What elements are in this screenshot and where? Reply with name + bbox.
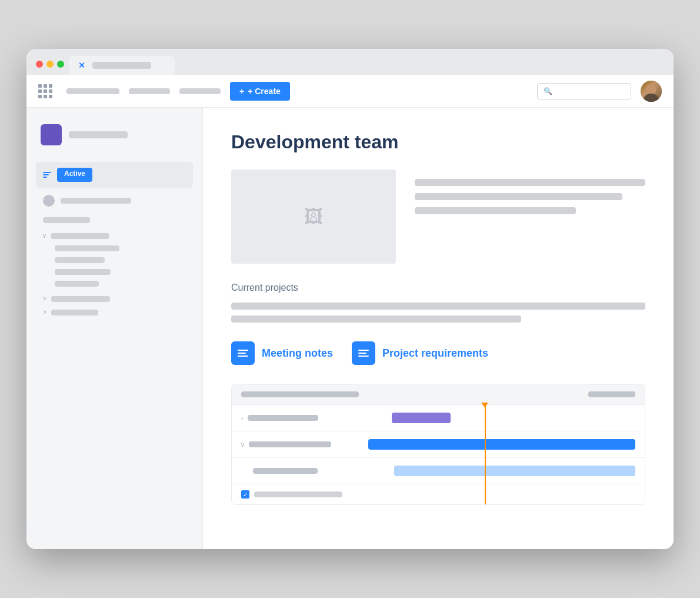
gantt-row-chart	[368, 437, 635, 451]
meeting-notes-label: Meeting notes	[262, 347, 333, 360]
meeting-notes-card[interactable]: Meeting notes	[231, 341, 333, 365]
gantt-header-months	[373, 391, 635, 397]
browser-titlebar: ✕	[26, 49, 674, 75]
sidebar-expandable-item[interactable]: v	[36, 229, 193, 242]
active-badge: Active	[57, 168, 92, 182]
sidebar-expandable-item[interactable]: >	[36, 305, 193, 319]
gantt-task-label	[249, 441, 331, 447]
sidebar-filter-section[interactable]: Active	[36, 162, 193, 188]
avatar[interactable]	[641, 81, 662, 102]
grid-dot	[38, 84, 42, 88]
navbar: + + Create 🔍	[26, 75, 674, 108]
tab-title	[92, 62, 151, 69]
header-text-bar	[415, 193, 622, 200]
minimize-button[interactable]	[46, 61, 54, 68]
sidebar-logo-row[interactable]	[36, 119, 193, 150]
sidebar: Active v	[26, 108, 203, 549]
gantt-chart: › v	[231, 384, 645, 505]
project-bar	[231, 315, 521, 323]
cards-row: Meeting notes Project requirements	[231, 341, 645, 365]
workspace-label	[69, 131, 128, 138]
chevron-down-icon: v	[43, 232, 46, 239]
gantt-today-marker	[481, 403, 488, 407]
icon-line	[358, 356, 369, 357]
nav-link-2[interactable]	[129, 88, 170, 94]
gantt-row-label: v	[241, 441, 359, 448]
projects-bars	[231, 303, 645, 323]
close-button[interactable]	[36, 61, 43, 68]
chevron-right-icon: ›	[241, 415, 243, 421]
header-text-lines	[415, 170, 645, 264]
gantt-checkbox[interactable]: ✓	[241, 490, 249, 499]
grid-dot	[38, 89, 42, 93]
gantt-header-left-label	[241, 391, 359, 397]
header-image-placeholder: 🖼	[231, 170, 396, 264]
sidebar-sub-item[interactable]	[36, 242, 193, 254]
search-icon: 🔍	[544, 87, 552, 95]
document-icon-lines	[238, 350, 248, 357]
main-layout: Active v	[26, 108, 674, 549]
sidebar-item-label	[51, 296, 110, 302]
search-box[interactable]: 🔍	[537, 83, 631, 99]
plus-icon: +	[239, 87, 244, 96]
sidebar-item[interactable]	[36, 212, 193, 228]
chevron-right-icon: >	[43, 309, 46, 315]
apps-grid-icon[interactable]	[38, 84, 52, 98]
chevron-right-icon: >	[43, 295, 46, 302]
sidebar-item-label	[55, 245, 119, 251]
sidebar-sub-item[interactable]	[36, 278, 193, 290]
gantt-row-chart	[371, 464, 635, 478]
gantt-row-label	[253, 468, 361, 474]
sidebar-item-label	[55, 269, 111, 275]
gantt-task-label	[248, 415, 318, 421]
icon-line	[358, 353, 366, 354]
gantt-row: ›	[232, 405, 645, 431]
gantt-row-label: ›	[241, 415, 359, 421]
grid-dot	[38, 95, 42, 98]
gantt-task-label	[253, 468, 318, 474]
gantt-header	[232, 384, 645, 405]
filter-icon	[43, 172, 51, 178]
icon-line	[238, 353, 246, 354]
workspace-icon	[41, 124, 62, 145]
sidebar-item-label	[61, 198, 131, 204]
grid-dot	[49, 84, 52, 88]
filter-line	[43, 172, 51, 173]
nav-link-3[interactable]	[179, 88, 221, 94]
icon-line	[358, 350, 369, 351]
header-section: 🖼	[231, 170, 645, 264]
grid-dot	[49, 95, 52, 98]
filter-line	[43, 177, 47, 178]
create-button[interactable]: + + Create	[230, 82, 290, 101]
grid-dot	[49, 89, 52, 93]
nav-link-1[interactable]	[66, 88, 119, 94]
project-requirements-card[interactable]: Project requirements	[352, 341, 488, 365]
sidebar-item-label	[43, 217, 90, 223]
sidebar-item-label	[51, 310, 98, 315]
gantt-checkbox-row: ✓	[232, 484, 645, 504]
section-title: Current projects	[231, 283, 645, 293]
sidebar-expandable-item[interactable]: >	[36, 292, 193, 305]
sidebar-sub-item[interactable]	[36, 254, 193, 266]
grid-dot	[44, 84, 47, 88]
main-content: Development team 🖼 Current projects	[203, 108, 674, 549]
create-button-label: + Create	[248, 87, 281, 96]
gantt-bar-blue	[368, 439, 635, 450]
sidebar-item[interactable]	[36, 190, 193, 211]
gantt-row	[232, 458, 645, 484]
header-text-bar	[415, 179, 645, 186]
page-title: Development team	[231, 131, 645, 153]
icon-line	[238, 350, 248, 351]
maximize-button[interactable]	[57, 61, 64, 68]
browser-tab[interactable]: ✕	[69, 56, 175, 75]
gantt-checkbox-bar	[254, 491, 342, 497]
checkmark-icon: ✓	[243, 491, 248, 498]
avatar-image	[641, 81, 662, 102]
sidebar-item-label	[55, 281, 99, 287]
gantt-checkbox-label-area: ✓	[241, 490, 359, 499]
gantt-bar-purple	[392, 413, 451, 423]
sidebar-sub-item[interactable]	[36, 266, 193, 278]
sidebar-item-label	[51, 233, 109, 239]
sidebar-item-label	[55, 257, 105, 263]
filter-line	[43, 174, 49, 175]
